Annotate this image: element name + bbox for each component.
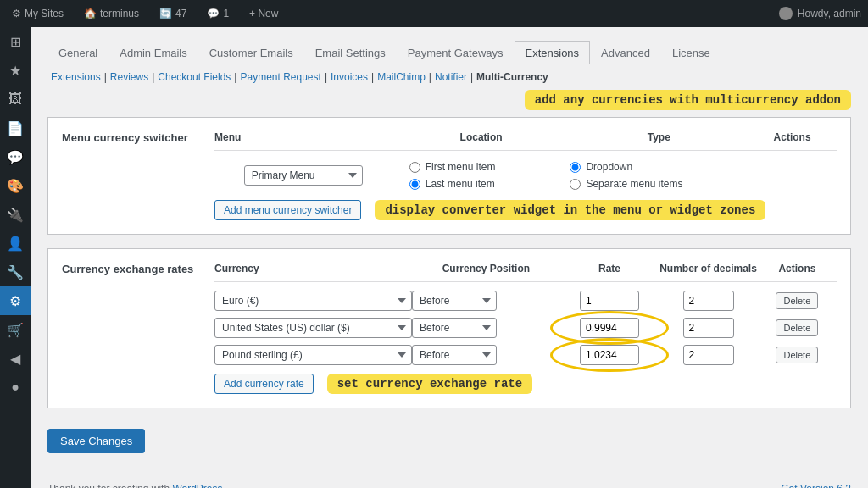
rate-input-usd[interactable] (580, 318, 639, 338)
sub-navigation: Extensions | Reviews | Checkout Fields |… (47, 71, 851, 83)
menu-switcher-row: Primary Menu First menu item (214, 161, 837, 190)
tab-advanced[interactable]: Advanced (590, 41, 661, 64)
position-select-gbp[interactable]: Before (412, 345, 497, 365)
subnav-payment-request[interactable]: Payment Request | (236, 71, 327, 83)
subnav-notifier[interactable]: Notifier | (431, 71, 473, 83)
menu-col-type: Type (570, 131, 748, 143)
col-rate: Rate (560, 263, 659, 274)
updates-icon: 🔄 (159, 8, 172, 19)
currency-select-gbp[interactable]: Pound sterling (£) (214, 345, 412, 365)
updates-link[interactable]: 🔄 47 (154, 0, 192, 27)
menu-select[interactable]: Primary Menu (244, 165, 363, 186)
location-radio-group: First menu item Last menu item (392, 161, 570, 190)
site-link[interactable]: 🏠 terminus (79, 0, 144, 27)
comments-link[interactable]: 💬 1 (202, 0, 234, 27)
menu-col-actions: Actions (748, 131, 837, 143)
col-currency: Currency (214, 263, 412, 274)
sidebar-item-dot: ● (0, 373, 31, 402)
admin-menu: ⊞ ★ 🖼 📄 💬 🎨 🔌 👤 🔧 ⚙ 🛒 ◀ ● (0, 27, 31, 402)
sidebar-item-woo[interactable]: 🛒 (0, 315, 31, 344)
main-content: General Admin Emails Customer Emails Ema… (31, 27, 868, 488)
sidebar-item-posts[interactable]: ★ (0, 56, 31, 85)
rate-input-euro[interactable] (580, 291, 639, 311)
annotation-exchange: set currency exchange rate (327, 374, 532, 394)
delete-gbp-button[interactable]: Delete (776, 347, 818, 363)
menu-currency-title: Menu currency switcher (62, 131, 198, 144)
decimals-input-usd[interactable] (683, 318, 734, 338)
rate-input-gbp[interactable] (580, 345, 639, 365)
position-select-usd[interactable]: Before (412, 318, 497, 338)
exchange-table-headers: Currency Currency Position Rate Number o… (214, 263, 837, 282)
tab-general[interactable]: General (47, 41, 108, 64)
decimals-input-euro[interactable] (683, 291, 734, 311)
my-sites-link[interactable]: ⚙ My Sites (7, 0, 69, 27)
tab-customer-emails[interactable]: Customer Emails (198, 41, 304, 64)
tab-payment-gateways[interactable]: Payment Gateways (397, 41, 515, 64)
col-decimals: Number of decimals (659, 263, 758, 274)
exchange-rates-section: Currency exchange rates Currency Currenc… (47, 248, 851, 408)
admin-sidebar: ⊞ ★ 🖼 📄 💬 🎨 🔌 👤 🔧 ⚙ 🛒 ◀ ● (0, 27, 31, 488)
wordpress-link[interactable]: WordPress (172, 483, 222, 488)
sidebar-item-users[interactable]: 👤 (0, 229, 31, 258)
decimals-input-gbp[interactable] (683, 345, 734, 365)
currency-select-euro[interactable]: Euro (€) (214, 291, 412, 311)
annotation-menu: display converter widget in the menu or … (375, 200, 765, 220)
admin-bar: ⚙ My Sites 🏠 terminus 🔄 47 💬 1 + New How… (0, 0, 868, 27)
menu-currency-section: Menu currency switcher Menu Location Typ… (47, 117, 851, 235)
new-content-link[interactable]: + New (244, 0, 283, 27)
sidebar-item-settings[interactable]: ⚙ (0, 286, 31, 315)
submit-section: Save Changes (47, 422, 851, 460)
tab-license[interactable]: License (661, 41, 721, 64)
position-select-euro[interactable]: Before (412, 291, 497, 311)
menu-col-menu: Menu (214, 131, 392, 143)
subnav-mailchimp[interactable]: MailChimp | (374, 71, 431, 83)
home-icon: 🏠 (84, 8, 97, 19)
tab-email-settings[interactable]: Email Settings (304, 41, 397, 64)
sidebar-item-dashboard[interactable]: ⊞ (0, 27, 31, 56)
sidebar-item-appearance[interactable]: 🎨 (0, 171, 31, 200)
exchange-rates-title: Currency exchange rates (62, 263, 198, 275)
sidebar-item-plugins[interactable]: 🔌 (0, 200, 31, 229)
delete-euro-button[interactable]: Delete (776, 292, 818, 309)
sidebar-item-comments[interactable]: 💬 (0, 142, 31, 171)
type-dropdown[interactable]: Dropdown (570, 161, 748, 173)
footer-left: Thank you for creating with WordPress. (47, 483, 225, 488)
subnav-extensions[interactable]: Extensions | (47, 71, 107, 83)
footer: Thank you for creating with WordPress. G… (31, 474, 868, 488)
add-menu-switcher-button[interactable]: Add menu currency switcher (214, 200, 361, 220)
type-separate[interactable]: Separate menu items (570, 178, 748, 190)
tab-admin-emails[interactable]: Admin Emails (108, 41, 198, 64)
subnav-checkout-fields[interactable]: Checkout Fields | (154, 71, 236, 83)
location-first-item[interactable]: First menu item (409, 161, 570, 173)
main-tabs: General Admin Emails Customer Emails Ema… (47, 41, 851, 64)
rate-row-gbp: Pound sterling (£) Before (214, 345, 837, 365)
get-version-link[interactable]: Get Version 6.2 (781, 483, 851, 488)
save-changes-button[interactable]: Save Changes (47, 429, 145, 453)
subnav-reviews[interactable]: Reviews | (107, 71, 154, 83)
sidebar-item-tools[interactable]: 🔧 (0, 258, 31, 286)
tab-extensions[interactable]: Extensions (515, 41, 591, 64)
subnav-multicurrency[interactable]: Multi-Currency (473, 71, 552, 83)
add-currency-rate-button[interactable]: Add currency rate (214, 374, 314, 394)
annotation-top: add any currencies with multicurrency ad… (525, 90, 851, 110)
subnav-invoices[interactable]: Invoices | (327, 71, 374, 83)
comments-icon: 💬 (207, 8, 220, 19)
user-greeting: Howdy, admin (779, 7, 861, 20)
location-last-item[interactable]: Last menu item (409, 178, 570, 190)
currency-select-usd[interactable]: United States (US) dollar ($) (214, 318, 412, 338)
rate-row-usd: United States (US) dollar ($) Before (214, 318, 837, 338)
sidebar-item-collapse[interactable]: ◀ (0, 344, 31, 373)
col-actions: Actions (758, 263, 837, 274)
sidebar-item-pages[interactable]: 📄 (0, 114, 31, 142)
wp-icon: ⚙ (12, 8, 21, 19)
avatar (779, 7, 793, 20)
menu-col-location: Location (392, 131, 570, 143)
col-position: Currency Position (412, 263, 560, 274)
type-radio-group: Dropdown Separate menu items (570, 161, 748, 190)
rate-row-euro: Euro (€) Before (214, 291, 837, 311)
delete-usd-button[interactable]: Delete (776, 319, 818, 336)
sidebar-item-media[interactable]: 🖼 (0, 85, 31, 114)
